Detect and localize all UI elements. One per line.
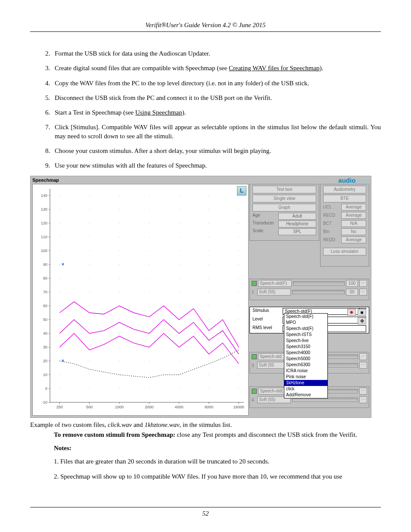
svg-point-124 [209, 223, 209, 224]
svg-point-128 [59, 209, 60, 210]
svg-point-116 [239, 237, 239, 237]
dropdown-item[interactable]: MPO [284, 320, 327, 326]
svg-point-65 [59, 306, 60, 306]
svg-text:60: 60 [43, 304, 47, 308]
svg-point-69 [179, 306, 179, 306]
step-number: 4. [45, 79, 55, 87]
more-icon[interactable]: ⋯ [359, 362, 367, 369]
row-num: 4 [252, 398, 256, 402]
stim-field[interactable]: Speech-std(F) [258, 280, 292, 287]
svg-text:90: 90 [43, 262, 47, 267]
svg-point-88 [209, 278, 209, 279]
step-text: Create digital sound files that are comp… [55, 64, 381, 72]
dropdown-item[interactable]: Speech-std(F) [284, 314, 327, 320]
svg-text:40: 40 [43, 331, 47, 336]
svg-text:30: 30 [43, 345, 47, 349]
step-number: 8. [45, 146, 55, 155]
svg-point-114 [179, 237, 179, 237]
record-icon[interactable]: ● [347, 309, 356, 316]
dropdown-item[interactable]: Speech-std(F) [284, 326, 327, 332]
step-text: Use your new stimulus with all the featu… [55, 161, 381, 170]
row-num: 3 [252, 363, 256, 368]
more-icon[interactable]: ⋯ [359, 353, 367, 360]
kv-label: Level [252, 317, 283, 324]
kv-value[interactable]: Headphone [278, 221, 316, 227]
svg-point-85 [119, 278, 119, 279]
step-item: 2.Format the USB stick for data using th… [45, 49, 381, 58]
svg-point-33 [179, 361, 179, 361]
svg-point-119 [59, 223, 60, 224]
dropdown-item[interactable]: Add/Remove [284, 392, 327, 398]
move-icon[interactable]: ✥ [358, 317, 366, 324]
svg-text:50: 50 [43, 317, 47, 322]
dropdown-item[interactable]: Speech-ISTS [284, 332, 327, 338]
remove-instructions: To remove custom stimuli from Speechmap:… [54, 430, 381, 439]
svg-point-95 [149, 264, 149, 265]
svg-point-84 [89, 278, 90, 279]
svg-point-79 [209, 292, 209, 292]
step-item: 4.Copy the WAV files from the PC to the … [45, 79, 381, 87]
page-footer: 52 [30, 507, 381, 517]
more-icon[interactable]: ⋯ [359, 396, 367, 403]
more-icon[interactable]: ⋯ [359, 289, 367, 296]
svg-point-76 [119, 292, 119, 292]
kv-value[interactable]: Average [341, 204, 366, 211]
svg-point-94 [119, 264, 119, 265]
svg-point-130 [119, 209, 119, 210]
aud-kv: BCTN/A [323, 220, 366, 227]
kv-label: REDD [323, 236, 339, 243]
dropdown-item[interactable]: 1kHztone [284, 380, 327, 386]
dropdown-item[interactable]: Speech3150 [284, 344, 327, 350]
dropdown-item[interactable]: Speech-live [284, 338, 327, 344]
svg-text:16000: 16000 [234, 405, 244, 409]
slider[interactable] [293, 281, 345, 286]
loss-simulator-button[interactable]: Loss simulator [323, 248, 366, 255]
play-icon[interactable] [252, 281, 257, 286]
svg-text:80: 80 [43, 276, 47, 280]
aud-kv: REDDAverage [323, 236, 366, 243]
step-item: 5.Disconnect the USB stick from the PC a… [45, 93, 381, 102]
svg-point-80 [239, 292, 239, 292]
svg-point-30 [89, 361, 90, 361]
kv-value[interactable]: Average [341, 212, 366, 219]
more-icon[interactable]: ⋯ [359, 280, 367, 287]
kv-value[interactable]: Adult [278, 213, 316, 220]
stop-icon[interactable]: ■ [358, 309, 366, 316]
step-number: 3. [45, 64, 55, 72]
play-icon[interactable] [252, 354, 257, 359]
mode-button[interactable]: Graph [252, 204, 316, 212]
slider[interactable] [292, 290, 345, 294]
stimulus-dropdown[interactable]: Speech-std(F)MPOSpeech-std(F)Speech-ISTS… [284, 313, 328, 398]
kv-value[interactable]: No [341, 228, 366, 235]
kv-label: RECD [323, 212, 339, 219]
svg-point-92 [59, 264, 60, 265]
dropdown-item[interactable]: Pink noise [284, 374, 327, 380]
mode-button[interactable]: Single view [252, 195, 316, 202]
svg-point-122 [149, 223, 149, 224]
dropdown-item[interactable]: Speech4000 [284, 350, 327, 356]
kv-value[interactable]: Average [341, 236, 366, 243]
svg-point-25 [209, 375, 209, 375]
dropdown-item[interactable]: click [284, 386, 327, 392]
stim-field[interactable]: Soft (55) [257, 289, 291, 296]
svg-text:130: 130 [41, 207, 47, 212]
aud-button[interactable]: BTE [323, 195, 366, 202]
svg-point-75 [89, 292, 90, 292]
dropdown-item[interactable]: Speech6300 [284, 362, 327, 368]
svg-point-134 [239, 209, 239, 210]
dropdown-item[interactable]: ICRA noise [284, 368, 327, 374]
kv-value[interactable]: N/A [341, 220, 366, 227]
kv-label: Stimulus [252, 308, 283, 315]
mode-button[interactable]: Test box [252, 186, 316, 193]
svg-point-43 [209, 347, 209, 348]
svg-point-89 [239, 278, 239, 279]
more-icon[interactable]: ⋯ [359, 388, 367, 395]
svg-text:250: 250 [56, 405, 63, 409]
play-icon[interactable] [252, 389, 257, 394]
dropdown-item[interactable]: Speech5000 [284, 356, 327, 362]
L-toggle-button[interactable]: L [237, 186, 246, 196]
svg-point-123 [179, 223, 179, 224]
audiometry-panel: AudiometryBTEUCLAverageRECDAverageBCTN/A… [320, 184, 369, 267]
kv-value[interactable]: SPL [278, 228, 316, 235]
aud-button[interactable]: Audiometry [323, 186, 366, 193]
